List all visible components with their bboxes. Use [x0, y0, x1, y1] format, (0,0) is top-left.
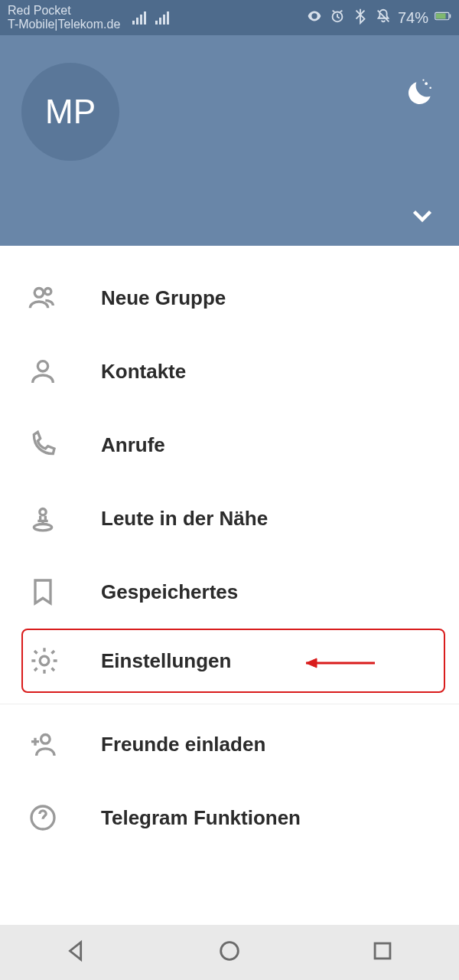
drawer-header: MP: [0, 35, 459, 246]
svg-point-18: [221, 942, 239, 960]
expand-account-toggle[interactable]: [409, 201, 436, 232]
nav-back-button[interactable]: [63, 938, 90, 967]
gear-icon: [28, 645, 61, 676]
avatar[interactable]: MP: [21, 63, 119, 161]
svg-marker-16: [306, 658, 317, 668]
svg-point-8: [45, 289, 51, 295]
bluetooth-icon: [352, 8, 369, 28]
signal-bars-icon: [132, 11, 146, 24]
menu-divider: [0, 704, 459, 704]
battery-icon: [435, 8, 451, 28]
svg-point-11: [34, 524, 51, 531]
menu-item-telegram-features[interactable]: Telegram Funktionen: [0, 781, 459, 854]
menu-item-calls[interactable]: Anrufe: [0, 408, 459, 482]
svg-point-10: [40, 509, 46, 515]
menu-item-label: Anrufe: [101, 433, 165, 457]
menu-item-label: Kontakte: [101, 360, 186, 384]
person-icon: [26, 356, 60, 387]
help-icon: [26, 802, 60, 833]
svg-point-13: [41, 735, 50, 744]
signal-bars-roaming-icon: [155, 11, 169, 24]
annotation-arrow-icon: [291, 652, 382, 675]
menu-item-people-nearby[interactable]: Leute in der Nähe: [0, 482, 459, 555]
svg-point-7: [34, 289, 44, 298]
group-icon: [26, 283, 60, 313]
carrier-line2: T-Mobile|Telekom.de: [8, 18, 120, 31]
menu-item-label: Telegram Funktionen: [101, 806, 301, 830]
phone-icon: [26, 430, 60, 460]
person-add-icon: [26, 729, 60, 760]
svg-point-5: [429, 87, 431, 89]
svg-point-12: [40, 656, 49, 665]
menu-item-invite-friends[interactable]: Freunde einladen: [0, 707, 459, 781]
menu-item-label: Einstellungen: [101, 649, 231, 673]
status-bar: Red Pocket T-Mobile|Telekom.de 74%: [0, 0, 459, 35]
avatar-initials: MP: [45, 93, 96, 131]
people-nearby-icon: [26, 503, 60, 534]
night-mode-toggle[interactable]: [402, 77, 436, 113]
nav-home-button[interactable]: [216, 938, 243, 967]
eye-icon: [306, 8, 323, 28]
android-nav-bar: [0, 925, 459, 980]
menu-item-new-group[interactable]: Neue Gruppe: [0, 261, 459, 335]
svg-rect-2: [436, 13, 446, 18]
svg-point-6: [422, 79, 424, 80]
svg-rect-3: [450, 14, 451, 18]
menu-item-contacts[interactable]: Kontakte: [0, 335, 459, 408]
menu-item-label: Leute in der Nähe: [101, 507, 268, 531]
bookmark-icon: [26, 577, 60, 607]
menu-item-saved[interactable]: Gespeichertes: [0, 555, 459, 629]
mute-icon: [375, 8, 392, 28]
battery-percent: 74%: [398, 9, 428, 27]
menu-item-label: Gespeichertes: [101, 580, 238, 604]
svg-marker-17: [70, 942, 81, 960]
carrier-line1: Red Pocket: [8, 4, 120, 18]
carrier-label: Red Pocket T-Mobile|Telekom.de: [8, 4, 120, 31]
nav-recent-button[interactable]: [369, 938, 396, 967]
menu-item-label: Freunde einladen: [101, 733, 265, 756]
drawer-menu: Neue Gruppe Kontakte Anrufe Leute in der…: [0, 246, 459, 854]
svg-point-4: [425, 82, 428, 85]
menu-item-label: Neue Gruppe: [101, 286, 226, 310]
svg-point-9: [37, 361, 47, 371]
svg-rect-19: [375, 943, 390, 959]
alarm-icon: [329, 8, 346, 28]
